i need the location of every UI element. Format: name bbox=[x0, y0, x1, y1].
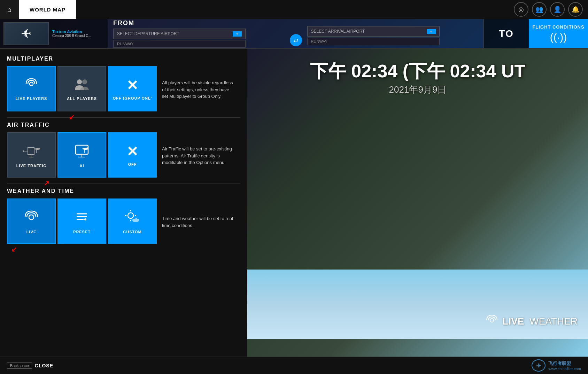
off-traffic-tile[interactable]: ✕ OFF bbox=[108, 132, 157, 178]
live-players-icon bbox=[23, 77, 40, 94]
weather-time-options: LIVE ↙ PRESET bbox=[7, 198, 240, 246]
home-icon: ⌂ bbox=[7, 6, 11, 14]
bell-nav-button[interactable]: 🔔 bbox=[568, 2, 583, 17]
sky-preview bbox=[247, 270, 588, 339]
svg-point-7 bbox=[23, 150, 24, 152]
aircraft-panel: ✈ Textron Aviation Cessna 208 B Grand C.… bbox=[0, 19, 108, 48]
aircraft-image: ✈ bbox=[3, 22, 49, 45]
svg-point-17 bbox=[84, 218, 86, 220]
live-badge-label: LIVE WEATHER bbox=[502, 316, 578, 327]
live-players-tile[interactable]: LIVE PLAYERS bbox=[7, 66, 56, 111]
current-time: 下午 02:34 (下午 02:34 UT bbox=[310, 59, 525, 84]
world-map-tab[interactable]: WORLD MAP bbox=[19, 0, 76, 19]
arrival-runway: RUNWAY bbox=[307, 38, 440, 45]
to-label: TO bbox=[499, 28, 513, 39]
ai-traffic-icon bbox=[71, 142, 92, 161]
left-panel: MULTIPLAYER LIVE PLAYERS bbox=[0, 49, 247, 357]
off-group-only-tile[interactable]: ✕ OFF (GROUP ONL' bbox=[108, 66, 157, 111]
live-weather-icon bbox=[23, 209, 40, 227]
ai-traffic-label: AI bbox=[80, 164, 84, 168]
live-traffic-label: LIVE TRAFFIC bbox=[16, 164, 47, 168]
custom-weather-label: CUSTOM bbox=[123, 230, 141, 234]
departure-dropdown-arrow[interactable]: ▼ bbox=[233, 31, 242, 37]
arrival-airport-select[interactable]: SELECT ARRIVAL AIRPORT ▼ bbox=[307, 26, 440, 37]
weather-text: WEATHER bbox=[529, 316, 578, 327]
flight-conditions-panel[interactable]: FLIGHT CONDITIONS ((·)) ↙ bbox=[529, 19, 588, 48]
svg-point-2 bbox=[82, 79, 87, 84]
watermark-url: www.chinaflier.com bbox=[548, 367, 581, 371]
watermark-icon: ✈ bbox=[532, 359, 546, 372]
preset-weather-tile[interactable]: PRESET bbox=[57, 198, 106, 244]
group-nav-button[interactable]: 👥 bbox=[532, 2, 547, 17]
time-display: 下午 02:34 (下午 02:34 UT 2021年9月9日 bbox=[310, 59, 525, 96]
preset-weather-icon bbox=[73, 209, 91, 227]
departure-airport-select[interactable]: SELECT DEPARTURE AIRPORT ▼ bbox=[113, 29, 246, 39]
all-players-icon bbox=[73, 77, 91, 94]
arrival-dropdown-arrow[interactable]: ▼ bbox=[427, 29, 436, 34]
all-players-tile[interactable]: ALL PLAYERS ↙ bbox=[57, 66, 106, 111]
aircraft-icon: ✈ bbox=[21, 26, 31, 41]
arrival-row: SELECT ARRIVAL AIRPORT ▼ bbox=[307, 26, 479, 37]
from-label: FROM bbox=[113, 20, 285, 27]
radar-nav-button[interactable]: ◎ bbox=[514, 2, 528, 17]
world-map-label: WORLD MAP bbox=[30, 7, 65, 13]
user-icon: 👤 bbox=[554, 6, 561, 13]
swap-airports-button[interactable]: ⇄ bbox=[290, 34, 302, 46]
ai-traffic-tile[interactable]: AI bbox=[57, 132, 106, 178]
svg-point-18 bbox=[128, 213, 133, 218]
user-nav-button[interactable]: 👤 bbox=[550, 2, 565, 17]
departure-placeholder: SELECT DEPARTURE AIRPORT bbox=[117, 31, 179, 36]
svg-point-0 bbox=[30, 82, 33, 86]
live-traffic-tile[interactable]: LIVE TRAFFIC ↗ bbox=[7, 132, 56, 178]
flight-conditions-label: FLIGHT CONDITIONS bbox=[532, 24, 584, 30]
header-bar: ✈ Textron Aviation Cessna 208 B Grand C.… bbox=[0, 19, 588, 49]
home-button[interactable]: ⌂ bbox=[0, 0, 19, 19]
all-players-arrow: ↙ bbox=[69, 113, 75, 121]
live-weather-badge: LIVE WEATHER bbox=[485, 314, 578, 329]
live-traffic-arrow: ↗ bbox=[44, 179, 50, 187]
group-icon: 👥 bbox=[535, 6, 543, 13]
custom-weather-tile[interactable]: CUSTOM bbox=[108, 198, 157, 244]
right-panel: 下午 02:34 (下午 02:34 UT 2021年9月9日 LIVE WEA… bbox=[247, 49, 588, 357]
live-weather-tile[interactable]: LIVE ↙ bbox=[7, 198, 56, 244]
arrival-placeholder: SELECT ARRIVAL AIRPORT bbox=[311, 29, 365, 34]
live-traffic-icon bbox=[21, 142, 42, 161]
off-group-x-icon: ✕ bbox=[126, 77, 139, 93]
watermark-text: 飞行者联盟 bbox=[548, 360, 581, 367]
air-traffic-options: LIVE TRAFFIC ↗ AI bbox=[7, 132, 240, 179]
weather-time-section-title: WEATHER AND TIME bbox=[7, 188, 240, 194]
live-weather-badge-icon bbox=[485, 314, 499, 329]
svg-point-13 bbox=[29, 215, 34, 220]
current-date: 2021年9月9日 bbox=[310, 84, 525, 96]
main-content: MULTIPLAYER LIVE PLAYERS bbox=[0, 49, 588, 357]
flight-conditions-icon: ((·)) bbox=[550, 31, 567, 43]
svg-point-1 bbox=[77, 79, 82, 84]
top-navigation: ⌂ WORLD MAP ◎ 👥 👤 🔔 bbox=[0, 0, 588, 19]
to-label-bar: TO bbox=[483, 19, 529, 48]
live-weather-arrow: ↙ bbox=[11, 245, 17, 254]
off-traffic-label: OFF bbox=[128, 162, 137, 166]
live-players-label: LIVE PLAYERS bbox=[16, 96, 47, 101]
close-section: Backspace CLOSE bbox=[7, 363, 53, 369]
live-text: LIVE bbox=[502, 316, 524, 327]
close-label[interactable]: CLOSE bbox=[35, 363, 53, 368]
off-traffic-x-icon: ✕ bbox=[126, 143, 139, 159]
off-group-label: OFF (GROUP ONL' bbox=[113, 96, 152, 100]
backspace-key: Backspace bbox=[7, 363, 32, 369]
svg-rect-3 bbox=[28, 148, 34, 155]
live-weather-label: LIVE bbox=[26, 230, 36, 234]
bottom-bar: Backspace CLOSE ✈ 飞行者联盟 www.chinaflier.c… bbox=[0, 357, 588, 374]
preset-weather-label: PRESET bbox=[73, 230, 91, 234]
multiplayer-options: LIVE PLAYERS ALL PLAYERS ↙ bbox=[7, 66, 240, 113]
from-section: FROM SELECT DEPARTURE AIRPORT ▼ RUNWAY bbox=[108, 19, 290, 48]
multiplayer-section-title: MULTIPLAYER bbox=[7, 56, 240, 62]
to-section: SELECT ARRIVAL AIRPORT ▼ RUNWAY bbox=[302, 19, 484, 48]
svg-point-23 bbox=[490, 319, 494, 322]
watermark-info: 飞行者联盟 www.chinaflier.com bbox=[548, 360, 581, 371]
swap-icon: ⇄ bbox=[294, 37, 298, 44]
watermark: ✈ 飞行者联盟 www.chinaflier.com bbox=[532, 359, 581, 372]
radar-icon: ◎ bbox=[518, 6, 524, 13]
multiplayer-description: All players will be visible regardless o… bbox=[157, 76, 240, 103]
aircraft-brand: Textron Aviation bbox=[52, 30, 104, 34]
departure-row: SELECT DEPARTURE AIRPORT ▼ bbox=[113, 29, 285, 39]
